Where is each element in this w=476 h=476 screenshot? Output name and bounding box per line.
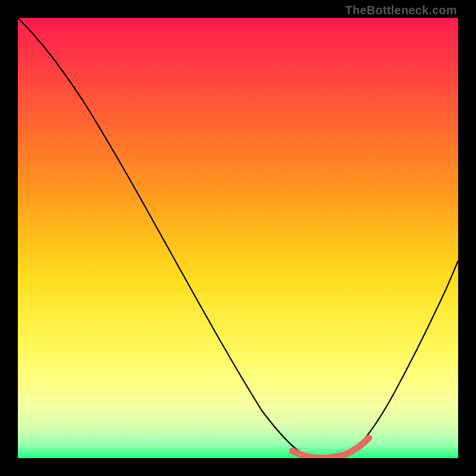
plot-area (18, 18, 458, 458)
optimal-range-highlight (293, 438, 369, 458)
bottleneck-curve (18, 18, 458, 458)
watermark-text: TheBottleneck.com (345, 4, 457, 17)
chart-svg (18, 18, 458, 458)
chart-container: TheBottleneck.com (0, 0, 476, 476)
